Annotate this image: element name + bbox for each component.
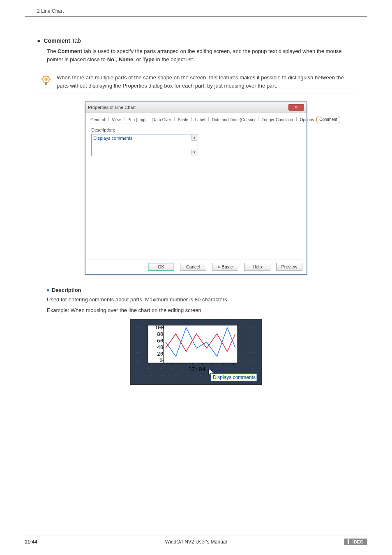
dialog-tabs: General| View| Pen (Log)| Data Over| Sca…: [85, 113, 307, 123]
basic-rest: Basic: [220, 264, 233, 269]
intro-c1: ,: [116, 56, 119, 62]
tab-data-over[interactable]: Data Over: [150, 116, 174, 123]
dialog-footer: OK Cancel < Basic Help Preview: [85, 259, 307, 274]
page-header-breadcrumb: 2 Line Chart: [25, 8, 367, 17]
intro-c2: , or: [133, 56, 142, 62]
description-line1: Used for entering comments about parts. …: [47, 296, 351, 304]
description-textarea[interactable]: Displays comments ▲ ▼: [91, 134, 198, 156]
cancel-button[interactable]: Cancel: [180, 263, 206, 271]
tab-comment[interactable]: Comment: [316, 116, 340, 123]
dialog-body: Description: Displays comments ▲ ▼: [85, 123, 307, 259]
intro-b1: Comment: [58, 48, 82, 54]
intro-b2: No.: [107, 56, 116, 62]
chart-tooltip-text: Displays comments: [213, 375, 256, 380]
preview-rest: review: [284, 264, 297, 269]
intro-b4: Type: [143, 56, 154, 62]
properties-dialog: Properties of Line Chart ✕ General| View…: [85, 102, 307, 275]
tab-date-time-cursor[interactable]: Date and Time (Cursor): [210, 116, 257, 123]
lightbulb-icon: [40, 74, 52, 87]
footer-manual-title: WindO/I-NV2 User's Manual: [25, 539, 367, 545]
dialog-title-text: Properties of Line Chart: [88, 105, 136, 110]
tab-pen-log[interactable]: Pen (Log): [125, 116, 148, 123]
scroll-up-icon[interactable]: ▲: [191, 135, 197, 141]
note-box: When there are multiple parts of the sam…: [36, 70, 356, 93]
subheading-text: Description: [52, 287, 81, 293]
description-subheading: ■Description: [47, 287, 367, 293]
description-label-u: D: [91, 127, 95, 132]
tab-label[interactable]: Label: [193, 116, 208, 123]
intro-p1: The: [47, 48, 58, 54]
description-value: Displays comments: [93, 136, 132, 141]
svg-rect-2: [45, 83, 47, 85]
heading-bold: Comment: [44, 37, 70, 44]
description-label: Description:: [91, 127, 301, 132]
chart-x-label: 17:04: [188, 366, 205, 372]
intro-b3: Name: [119, 56, 133, 62]
close-icon[interactable]: ✕: [288, 104, 304, 111]
scroll-down-icon[interactable]: ▼: [191, 150, 197, 155]
preview-button[interactable]: Preview: [276, 263, 302, 271]
square-bullet-icon: ■: [47, 288, 49, 292]
svg-line-6: [43, 76, 44, 77]
dialog-titlebar[interactable]: Properties of Line Chart ✕: [85, 102, 307, 113]
note-text: When there are multiple parts of the sam…: [57, 74, 352, 90]
help-button[interactable]: Help: [244, 263, 270, 271]
heading-rest: Tab: [70, 37, 81, 44]
description-label-rest: escription:: [95, 127, 115, 132]
preview-u: P: [281, 264, 284, 269]
tab-trigger-condition[interactable]: Trigger Condition: [259, 116, 295, 123]
page-footer: 11-44 WindO/I-NV2 User's Manual IDEC: [25, 536, 367, 545]
intro-paragraph: The Comment tab is used to specify the p…: [47, 47, 351, 63]
svg-line-7: [48, 76, 49, 77]
section-heading: ● Comment Tab: [37, 37, 367, 44]
svg-point-1: [44, 78, 48, 81]
bullet-icon: ●: [37, 37, 40, 44]
basic-button[interactable]: < Basic: [212, 263, 238, 271]
idec-logo: IDEC: [344, 539, 367, 545]
tab-general[interactable]: General: [88, 116, 108, 123]
tab-view[interactable]: View: [109, 116, 123, 123]
tab-scale[interactable]: Scale: [175, 116, 191, 123]
intro-end: in the object list.: [154, 56, 194, 62]
description-line2: Example: When mousing over the line char…: [47, 306, 351, 314]
ok-button[interactable]: OK: [148, 263, 174, 271]
example-chart-svg: 100 80 60 40 20 0: [131, 319, 262, 385]
tab-options[interactable]: Options: [297, 116, 316, 123]
example-chart-container: 100 80 60 40 20 0: [130, 319, 262, 385]
